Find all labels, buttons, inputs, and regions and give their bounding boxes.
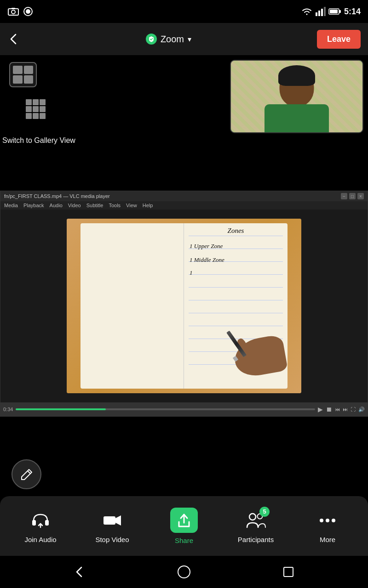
progress-bar[interactable] — [16, 408, 315, 410]
fullscreen-button[interactable]: ⛶ — [351, 407, 356, 412]
svg-rect-8 — [324, 7, 326, 16]
record-icon — [23, 6, 33, 17]
grid-icon-small[interactable] — [23, 96, 48, 122]
notebook-line3: 1 — [190, 269, 193, 277]
minimize-button[interactable]: − — [341, 193, 347, 199]
menu-media[interactable]: Media — [4, 203, 18, 208]
notebook-scene: Zones 1 Upper Zone 1 Middle Zone 1 — [67, 219, 301, 393]
status-bar-right: 5:14 — [301, 7, 361, 17]
status-bar-left — [7, 6, 33, 17]
notebook-right-page: Zones 1 Upper Zone 1 Middle Zone 1 — [184, 223, 288, 389]
volume-display: 🔊 — [358, 407, 365, 413]
participants-badge: 5 — [259, 507, 270, 517]
zoom-label: Zoom — [161, 34, 184, 45]
dropdown-icon: ▾ — [188, 35, 191, 44]
wifi-icon — [301, 7, 313, 16]
more-label: More — [320, 536, 335, 543]
svg-rect-14 — [104, 516, 115, 525]
svg-rect-12 — [32, 520, 36, 526]
battery-icon — [328, 8, 341, 15]
svg-rect-5 — [316, 12, 317, 16]
menu-audio[interactable]: Audio — [50, 203, 63, 208]
more-button[interactable]: More — [305, 509, 351, 543]
camera-icon — [7, 7, 19, 16]
prev-button[interactable]: ⏮ — [335, 407, 340, 412]
gallery-icon-big — [9, 62, 37, 87]
leave-button[interactable]: Leave — [317, 30, 361, 49]
svg-rect-11 — [339, 10, 341, 13]
screen-share-area: fn/pc_FIRST CLASS.mp4 — VLC media player… — [0, 191, 368, 417]
svg-rect-6 — [318, 11, 320, 16]
notebook-title: Zones — [228, 227, 244, 235]
menu-video[interactable]: Video — [68, 203, 81, 208]
svg-point-19 — [332, 519, 335, 522]
more-icon — [316, 509, 339, 532]
join-audio-icon — [29, 509, 52, 532]
titlebar-title: fn/pc_FIRST CLASS.mp4 — VLC media player — [4, 193, 338, 199]
top-bar: Zoom ▾ Leave — [0, 23, 368, 55]
zoom-title: Zoom ▾ — [146, 34, 191, 45]
notebook-line1: 1 Upper Zone — [190, 243, 223, 250]
join-audio-label: Join Audio — [24, 536, 56, 543]
stop-button[interactable]: ⏹ — [326, 406, 332, 413]
home-nav-button[interactable] — [175, 563, 193, 581]
stop-video-label: Stop Video — [95, 536, 129, 543]
menu-tools[interactable]: Tools — [109, 203, 121, 208]
hand-pen — [230, 331, 285, 375]
svg-rect-10 — [330, 10, 338, 13]
notebook-left-page — [80, 223, 184, 389]
gallery-view-button[interactable] — [9, 62, 37, 87]
participant-video — [230, 60, 363, 133]
playback-controls: 0:34 ▶ ⏹ ⏮ ⏭ ⛶ 🔊 — [0, 402, 368, 416]
menu-view[interactable]: View — [126, 203, 137, 208]
participants-icon: 5 — [244, 509, 267, 532]
play-button[interactable]: ▶ — [318, 406, 323, 413]
menu-playback[interactable]: Playback — [23, 203, 44, 208]
close-button[interactable]: × — [357, 193, 364, 199]
share-icon — [170, 508, 198, 533]
stop-video-icon — [101, 509, 124, 532]
svg-point-18 — [326, 519, 329, 522]
menu-help[interactable]: Help — [143, 203, 153, 208]
recents-nav-button[interactable] — [279, 563, 298, 581]
media-buttons: ▶ ⏹ ⏮ ⏭ ⛶ — [318, 406, 356, 413]
svg-point-1 — [12, 10, 15, 14]
signal-icon — [316, 7, 326, 16]
screen-share-titlebar: fn/pc_FIRST CLASS.mp4 — VLC media player… — [0, 191, 368, 201]
svg-point-15 — [249, 514, 256, 520]
next-button[interactable]: ⏭ — [343, 407, 348, 412]
status-bar: 5:14 — [0, 0, 368, 23]
screen-share-video: Zones 1 Upper Zone 1 Middle Zone 1 — [0, 209, 368, 402]
notebook-line2: 1 Middle Zone — [190, 256, 224, 264]
participants-label: Participants — [238, 536, 274, 543]
stop-video-button[interactable]: Stop Video — [89, 509, 135, 543]
edit-fab-button[interactable] — [12, 459, 41, 489]
share-button[interactable]: Share — [161, 508, 207, 544]
join-audio-button[interactable]: Join Audio — [17, 509, 63, 543]
svg-rect-13 — [45, 520, 49, 526]
menu-subtitle[interactable]: Subtitle — [86, 203, 104, 208]
main-content: Switch to Gallery View fn/pc_FIRST CLASS… — [0, 55, 368, 496]
svg-point-4 — [26, 9, 30, 14]
restore-button[interactable]: □ — [349, 193, 356, 199]
progress-fill — [16, 408, 105, 410]
titlebar-controls: − □ × — [341, 193, 364, 199]
svg-rect-2 — [12, 8, 15, 9]
share-label: Share — [175, 537, 193, 544]
zoom-shield-icon — [146, 34, 157, 45]
participants-button[interactable]: 5 Participants — [233, 509, 279, 543]
status-time: 5:14 — [344, 7, 361, 17]
back-button[interactable] — [7, 33, 20, 45]
svg-rect-7 — [321, 9, 323, 16]
nav-bar — [0, 556, 368, 588]
pencil-icon — [20, 468, 34, 481]
gallery-view-label[interactable]: Switch to Gallery View — [2, 136, 83, 146]
bottom-toolbar: Join Audio Stop Video Share — [0, 496, 368, 556]
notebook: Zones 1 Upper Zone 1 Middle Zone 1 — [80, 223, 288, 389]
screen-share-menubar: Media Playback Audio Video Subtitle Tool… — [0, 201, 368, 209]
back-nav-button[interactable] — [70, 563, 89, 581]
svg-point-17 — [320, 519, 323, 522]
time-display: 0:34 — [3, 407, 13, 412]
